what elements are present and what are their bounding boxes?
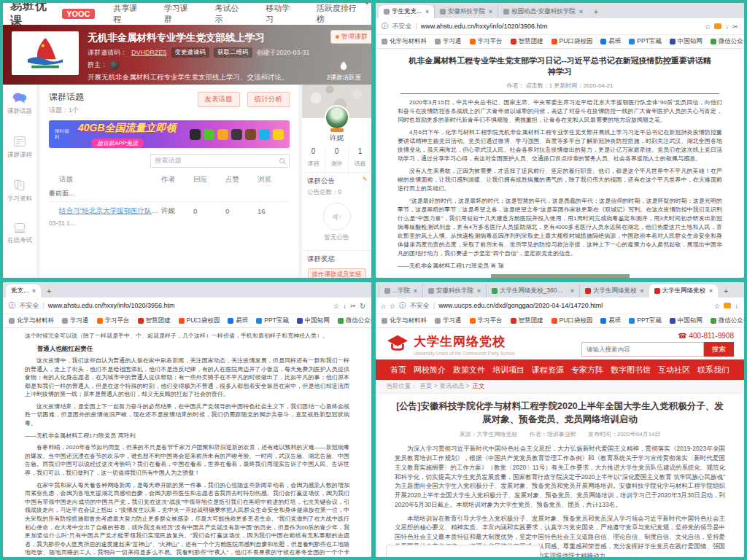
manage-rewards-button[interactable]: 操作课群成员奖惩 (308, 268, 366, 278)
bookmark[interactable]: 学习平台 (97, 316, 130, 325)
star-icon[interactable]: ☆ (390, 302, 396, 310)
bookmark[interactable]: 智慧团建 (138, 316, 171, 325)
info-icon[interactable]: ⓘ (9, 301, 16, 311)
new-tab-icon[interactable] (721, 285, 732, 297)
address-url[interactable]: www.uucps.edu.cn/dxd/gonggao/2020-04-14/… (438, 302, 711, 309)
new-tab-icon[interactable] (44, 285, 55, 297)
info-icon[interactable]: ⓘ (399, 301, 406, 311)
bookmark[interactable]: 中国知网 (670, 37, 703, 46)
bookmark[interactable]: PU口袋校园 (179, 316, 220, 325)
change-code-button[interactable]: 变更邀请码 (171, 47, 210, 58)
address-url[interactable]: www.ahstu.edu.cn/hxxy/info/1020/3906.htm (421, 23, 701, 30)
star-icon[interactable]: ☆ (714, 302, 721, 310)
scissors-icon[interactable]: ✂ (732, 23, 738, 31)
sidebar-item-materials[interactable]: 学习资料 (3, 179, 36, 203)
home-icon[interactable]: ⌂ (382, 302, 386, 310)
site-nav-item[interactable]: 数字图书馆 (611, 365, 651, 376)
close-icon[interactable] (412, 287, 417, 295)
yooc-nav-item[interactable]: 学习课群 (164, 3, 196, 25)
download-icon[interactable]: ↓ (725, 23, 729, 31)
scissors-icon[interactable]: ✂ (350, 302, 356, 310)
breadcrumb-path[interactable]: 首页 > 资讯动态 > (420, 382, 470, 391)
close-icon[interactable] (569, 287, 574, 295)
yooc-nav-item[interactable]: 移动学习 (266, 3, 298, 25)
close-icon[interactable] (708, 287, 713, 295)
topic-link[interactable]: 结合习"给北京大学援鄂医疗队全体... (49, 206, 161, 216)
manage-course-button[interactable]: 管理课群 (330, 30, 371, 44)
search-button[interactable]: 搜索 (704, 342, 734, 357)
site-nav-item[interactable]: 联系我们 (697, 365, 729, 376)
sidebar-item-courses[interactable]: 课群课程 (3, 135, 36, 160)
bookmark[interactable]: 学习通 (435, 37, 462, 46)
yooc-nav-item[interactable]: 考试公示 (215, 3, 247, 25)
bookmark[interactable]: PPT宝藏 (629, 316, 662, 325)
address-url[interactable]: www.ahstu.edu.cn/hxxy/info/1020/3956.htm (48, 302, 330, 309)
search-input[interactable] (581, 342, 704, 357)
security-label[interactable]: 不安全 (410, 301, 430, 311)
popup-box[interactable] (386, 545, 541, 557)
get-qr-button[interactable]: 获取二维码 (214, 47, 252, 58)
extension-icon[interactable] (714, 23, 721, 29)
stat-item[interactable]: 1话题 (348, 146, 371, 172)
stat-item[interactable]: 0课程 (302, 146, 325, 172)
site-nav-item[interactable]: 互动社区 (658, 365, 690, 376)
bookmark[interactable]: 易班 (600, 37, 621, 46)
security-label[interactable]: 不安全 (20, 301, 39, 311)
edit-icon[interactable]: ✎ (362, 176, 368, 183)
browser-tab[interactable]: 安徽科技学院 (422, 284, 486, 298)
stat-item[interactable]: 0测评 (325, 146, 348, 172)
star-icon[interactable]: ☆ (333, 302, 340, 310)
site-nav-item[interactable]: 培训项目 (492, 365, 525, 376)
site-nav-item[interactable]: 政策文件 (453, 365, 485, 376)
close-icon[interactable] (31, 287, 36, 295)
close-icon[interactable] (476, 287, 481, 295)
topic-row[interactable]: 结合习"给北京大学援鄂医疗队全体... 许妮 0 0 16 (49, 201, 290, 216)
star-icon[interactable]: ☆ (705, 23, 711, 31)
refresh-icon[interactable]: ↻ (360, 302, 365, 310)
bookmark[interactable]: PPT宝藏 (256, 316, 289, 325)
site-nav-item[interactable]: 网校简介 (414, 365, 446, 376)
bookmark[interactable]: 微信公众平 (711, 37, 744, 46)
browser-tab[interactable]: 大学生网络党校_360搜索 (486, 284, 579, 298)
bookmark[interactable]: PPT宝藏 (629, 37, 662, 46)
extension-icon[interactable] (724, 303, 731, 308)
yooc-nav-item[interactable]: 共享课程 (114, 3, 146, 25)
search-icon[interactable] (279, 158, 285, 163)
browser-tab[interactable]: 党支... (6, 284, 41, 298)
security-label[interactable]: 不安全 (392, 22, 412, 31)
download-icon[interactable]: ↓ (343, 302, 347, 310)
avatar[interactable] (325, 105, 349, 130)
bookmark[interactable]: 中国知网 (297, 316, 330, 325)
bookmark[interactable]: 易班 (600, 316, 621, 325)
browser-tab[interactable]: 校园动态-安徽科技学院 (498, 5, 588, 18)
ad-banner[interactable]: 限时福利 40GB全国流量立即领 超百款APP免流 (49, 120, 290, 148)
stats-analysis-button[interactable]: 统计分析 (247, 92, 290, 107)
info-icon[interactable]: ⓘ (382, 22, 389, 31)
site-logo[interactable]: 大学生网络党校 University Union of the Communis… (386, 333, 515, 356)
topic-search-input[interactable]: 搜索话题 (150, 154, 290, 168)
bookmark[interactable]: 学习平台 (470, 316, 503, 325)
close-icon[interactable] (487, 8, 492, 15)
bookmark[interactable]: 智慧团建 (511, 316, 543, 325)
close-icon[interactable] (639, 287, 644, 295)
sidebar-item-exams[interactable]: 在线考试 (3, 222, 36, 245)
browser-tab[interactable]: 大学生网络党校 (579, 284, 649, 298)
site-nav-item[interactable]: 首页 (390, 365, 406, 376)
browser-tab[interactable]: 大学生网络党校 (649, 284, 718, 298)
download-icon[interactable]: ↓ (735, 302, 738, 310)
bookmark[interactable]: 微信公众平 (338, 316, 371, 325)
browser-tab[interactable]: 学生党支... (379, 5, 434, 18)
bookmark[interactable]: 智慧团建 (511, 37, 543, 46)
browser-tab[interactable]: 安徽科技学院 (434, 5, 498, 18)
bookmark[interactable]: PU口袋校园 (551, 37, 593, 46)
bookmark[interactable]: 学习平台 (470, 37, 503, 46)
bookmark[interactable]: PU口袋校园 (551, 316, 593, 325)
bookmark[interactable]: 化学与材料科 (9, 316, 54, 325)
browser-tab[interactable]: ...学院 (379, 284, 422, 298)
sidebar-item-topics[interactable]: 课群话题 (3, 92, 36, 116)
site-nav-item[interactable]: 课程资源 (532, 365, 564, 376)
invite-code[interactable]: DVHDRZE5 (131, 49, 167, 56)
close-icon[interactable] (578, 8, 583, 15)
new-tab-icon[interactable] (591, 6, 603, 18)
owner-avatar[interactable] (109, 61, 119, 70)
